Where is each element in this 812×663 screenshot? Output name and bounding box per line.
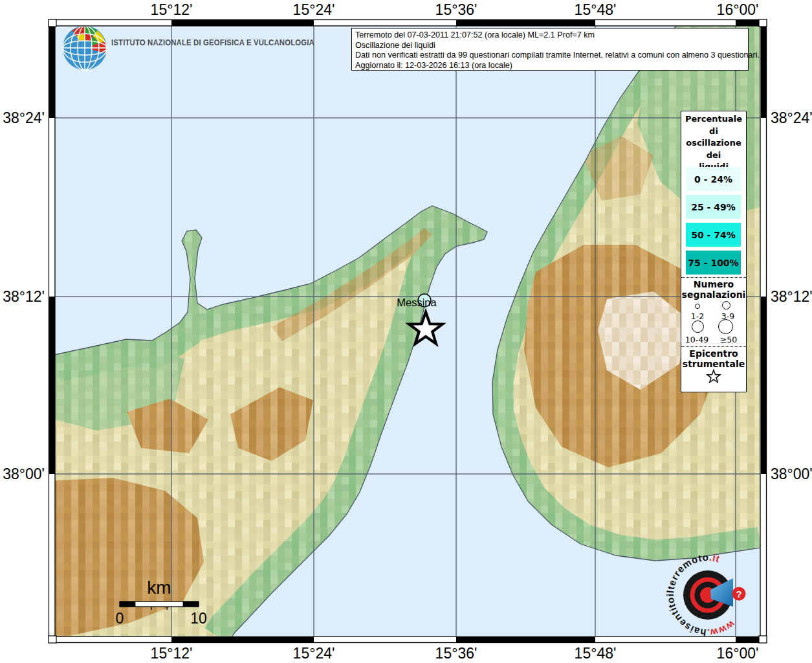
question-mark: ?	[736, 589, 741, 600]
event-data-note: Dati non verificati estratti da 99 quest…	[355, 51, 745, 61]
signal-circle-10-49	[692, 320, 704, 333]
legend-divider	[681, 346, 746, 347]
legend-swatch-25-49: 25 - 49%	[686, 195, 741, 219]
axis-top-3: 15°48'	[575, 1, 617, 18]
signal-label-10-49: 10-49	[683, 335, 711, 344]
legend-swatch-50-74: 50 - 74%	[686, 223, 741, 247]
legend-swatch-label: 75 - 100%	[688, 258, 738, 268]
axis-right-0: 38°24'	[771, 109, 812, 126]
legend-title-line: di	[681, 126, 746, 138]
city-label-messina: Messina	[397, 297, 437, 308]
signal-label-1-2: 1-2	[685, 311, 710, 321]
axis-bottom-4: 16°00'	[717, 645, 759, 662]
axis-left-2: 38°00'	[3, 466, 45, 482]
axis-top-2: 15°36'	[435, 1, 477, 18]
page: { "colors": { "sea": "#ddeefa", "accent_…	[0, 0, 812, 663]
axis-bottom-1: 15°24'	[293, 645, 335, 662]
signal-label-50: ≥50	[714, 335, 743, 344]
event-subtitle: Oscillazione dei liquidi	[355, 41, 745, 51]
legend-divider	[681, 277, 746, 278]
epicenter-title-line1: Epicentro	[681, 348, 746, 359]
axis-bottom-2: 15°36'	[435, 645, 477, 662]
axis-right-1: 38°12'	[771, 288, 812, 305]
event-updated: Aggiornato il: 12-03-2026 16:13 (ora loc…	[355, 61, 745, 71]
axis-right-2: 38°00'	[771, 466, 812, 482]
axis-bottom-0: 15°12'	[151, 645, 193, 662]
signals-title-line1: Numero	[681, 279, 746, 289]
legend-swatch-75-100: 75 - 100%	[686, 251, 741, 275]
legend-swatch-0-24: 0 - 24%	[686, 167, 741, 191]
signals-title-line2: segnalazioni	[681, 289, 746, 300]
legend-title-line: Percentuale	[681, 113, 746, 126]
ingv-globe-icon	[63, 26, 107, 70]
legend-title-line: oscillazione	[681, 137, 746, 150]
institute-name: ISTITUTO NAZIONALE DI GEOFISICA E VULCAN…	[111, 37, 314, 49]
axis-bottom-3: 15°48'	[575, 645, 617, 662]
scale-end: 10	[190, 610, 207, 627]
signal-circle-3-9	[722, 301, 730, 309]
axis-left-0: 38°24'	[3, 109, 45, 126]
signal-circle-50	[718, 319, 733, 334]
axis-top-0: 15°12'	[151, 1, 193, 18]
event-info-box: Terremoto del 07-03-2011 21:07:52 (ora l…	[351, 28, 749, 71]
legend-swatch-label: 25 - 49%	[691, 202, 736, 212]
axis-top-4: 16°00'	[717, 1, 759, 18]
signal-circle-1-2	[695, 304, 700, 309]
axis-top-1: 15°24'	[293, 1, 335, 18]
legend: Percentuale di oscillazione dei liquidi …	[681, 111, 747, 392]
legend-swatch-label: 50 - 74%	[691, 230, 736, 240]
legend-title-line: dei	[681, 150, 746, 162]
institute-name-line1: ISTITUTO NAZIONALE	[111, 38, 192, 47]
epicenter-legend-star-icon	[705, 368, 722, 387]
legend-swatch-label: 0 - 24%	[694, 174, 732, 185]
scale-start: 0	[116, 610, 124, 627]
axis-left-1: 38°12'	[3, 288, 45, 305]
event-title: Terremoto del 07-03-2011 21:07:52 (ora l…	[355, 30, 745, 41]
legend-title: Percentuale di oscillazione dei liquidi	[681, 113, 746, 174]
institute-name-line2: DI GEOFISICA E VULCANOLOGIA	[193, 38, 314, 47]
scale-unit: km	[147, 578, 171, 598]
